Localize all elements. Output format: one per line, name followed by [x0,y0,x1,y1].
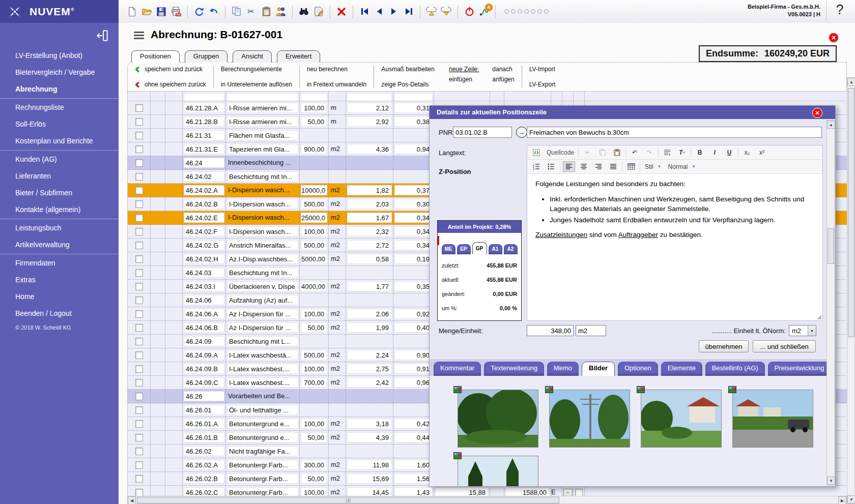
menge-cell-value[interactable]: 100,00 [301,487,327,496]
print-pdf-icon[interactable]: PDF [170,6,182,17]
menge-cell-value[interactable]: 4000,00 [301,281,327,291]
sidebar-item-extras[interactable]: Extras [0,272,119,288]
align-left-icon[interactable] [563,161,575,172]
sidebar-item-lieferanten[interactable]: Lieferanten [0,168,119,185]
save-icon[interactable] [156,6,167,17]
menge-cell-value[interactable]: 100,00 [301,419,327,429]
row-checkbox[interactable] [135,489,143,496]
kurztext-cell-value[interactable]: Betonuntergr.Farb... [227,460,298,470]
apply-and-close-button[interactable]: ... und schließen [753,340,816,352]
row-checkbox[interactable] [135,338,143,345]
action-command[interactable]: neu berechnen [307,66,366,73]
new-row-after-button[interactable]: danach [492,66,514,73]
sidebar-item-firmendaten[interactable]: Firmendaten [0,255,119,272]
pnr-cell-value[interactable]: 46.24 [184,158,224,168]
pnr-cell-value[interactable]: 46.24.09 [184,336,224,346]
power-icon[interactable] [464,6,475,17]
remove-format-icon[interactable]: T× [676,147,688,158]
pnr-cell-value[interactable]: 46.26 [184,391,224,401]
image-file-icon[interactable] [545,386,554,394]
photo-thumbnail[interactable] [641,390,722,448]
action-command[interactable]: in Freitext umwandeln [307,81,366,88]
pnr-cell-value[interactable]: 46.21.31.E [184,144,224,154]
ep-cell-value[interactable]: 2,75 [347,364,392,374]
dialog-scroll-thumb[interactable] [828,228,834,264]
ordered-list-icon[interactable]: 123 [530,161,543,172]
editor-copy-icon[interactable] [596,147,608,158]
kurztext-cell-value[interactable]: Überlackieren v. Dispe [227,281,298,291]
vertical-scroll-thumb[interactable] [848,88,854,337]
ep-cell-value[interactable]: 2,12 [347,103,392,113]
binoculars-search-icon[interactable] [298,6,309,17]
ep-cell-value[interactable]: 4,39 [347,432,392,442]
menge-cell-value[interactable]: 100,00 [301,364,327,374]
row-checkbox[interactable] [135,283,143,290]
ep-cell-value[interactable]: 1,77 [347,281,392,291]
ep-anteil-cell-value[interactable]: 0,30 [394,199,433,209]
sidebar-item-artikelverwaltung[interactable]: Artikelverwaltung [0,236,119,253]
nav-next-icon[interactable] [388,6,400,17]
discard-and-back-button[interactable]: ohne speichern zurück [135,81,206,88]
row-checkbox[interactable] [135,242,143,249]
menge-cell-value[interactable]: 300,00 [301,460,327,470]
kurztext-cell-value[interactable]: Beschichtung mit L... [227,336,298,346]
row-checkbox[interactable] [135,173,143,181]
dialog-scroll-up-icon[interactable]: ▲ [827,121,835,129]
row-checkbox[interactable] [135,297,143,304]
apply-button[interactable]: übernehmen [699,340,749,352]
menge-input[interactable] [527,325,574,336]
pnr-cell-value[interactable]: 46.24.02.H [184,254,224,264]
copy-icon[interactable] [231,6,242,17]
detail-tab-optionen[interactable]: Optionen [618,362,658,376]
menge-cell-value[interactable]: 500,00 [301,350,327,360]
ep-anteil-cell-value[interactable]: 0,90 [394,350,433,360]
open-folder-icon[interactable] [141,6,152,17]
row-checkbox[interactable] [135,187,143,194]
ep-cell-value[interactable] [347,93,392,101]
sidebar-item-kontakte-allgemein[interactable]: Kontakte (allgemein) [0,201,119,218]
ep-cell-value[interactable]: 2,72 [347,240,392,250]
detail-tab-preisentwicklung[interactable]: Preisentwicklung [768,362,826,376]
pnr-cell-value[interactable]: 46.26.01.A [184,419,224,429]
ep-anteil-cell-value[interactable]: 0,96 [394,377,433,388]
pnr-cell-value[interactable]: 46.24.09.A [184,350,224,360]
nav-first-icon[interactable] [359,6,370,17]
sidebar-item-lv-erstellung-anbot[interactable]: LV-Erstellung (Anbot) [0,47,119,64]
nav-last-icon[interactable] [403,6,414,17]
kurztext-cell-value[interactable]: Az I-Dispersion für ... [227,322,298,333]
pnr-goto-icon[interactable]: → [516,127,527,138]
photo-thumbnail[interactable] [732,390,813,448]
cloud-upload-icon[interactable] [426,6,437,17]
kurztext-cell-value[interactable]: Öl- und fetthaltige ... [227,405,298,415]
kurztext-cell-value[interactable]: Beschichtung mit In... [227,268,298,278]
ep-cell-value[interactable]: 1,82 [347,185,392,195]
pnr-cell-value[interactable]: 46.24.03.I [184,281,224,291]
price-tab-ep[interactable]: EP [457,244,471,254]
action-command[interactable]: Ausmaß bearbeiten [381,66,435,73]
lv-export-button[interactable]: LV-Export [529,81,556,88]
ep-cell-value[interactable]: 14,45 [347,487,392,496]
menge-cell-value[interactable]: 25000,0 [301,213,327,223]
kurztext-cell-value[interactable]: Tapezieren mit Gla... [227,144,298,154]
dialog-vertical-scrollbar[interactable]: ▲ ▼ [826,120,835,485]
pnr-cell-value[interactable]: 46.24.06 [184,295,224,305]
tab-positionen[interactable]: Positionen [131,50,180,63]
editor-resize-handle[interactable] [817,315,821,319]
ep-cell-value[interactable]: 3,18 [347,419,392,429]
action-command[interactable]: zeige Pos-Details [381,81,435,88]
italic-icon[interactable]: I [708,147,721,158]
ep-anteil-cell-value[interactable]: 0,31 [394,103,433,113]
row-checkbox[interactable] [135,351,143,359]
editor-redo-icon[interactable]: ↷ [643,147,656,158]
position-title-input[interactable] [527,127,822,138]
kurztext-cell-value[interactable]: I-Latex waschbestä... [227,350,298,360]
refresh-icon[interactable] [193,6,205,17]
pnr-cell-value[interactable]: 46.24.02.E [184,213,224,223]
sidebar-collapse-icon[interactable] [96,29,109,42]
menge-cell-value[interactable]: 10000,0 [301,185,327,195]
pnr-cell-value[interactable]: 46.24.02.B [184,199,224,209]
pnr-cell-value[interactable]: 46.24.02 [184,171,224,182]
paste-icon[interactable] [261,6,272,17]
delete-icon[interactable] [336,6,347,17]
horizontal-scroll-thumb[interactable] [137,497,559,503]
